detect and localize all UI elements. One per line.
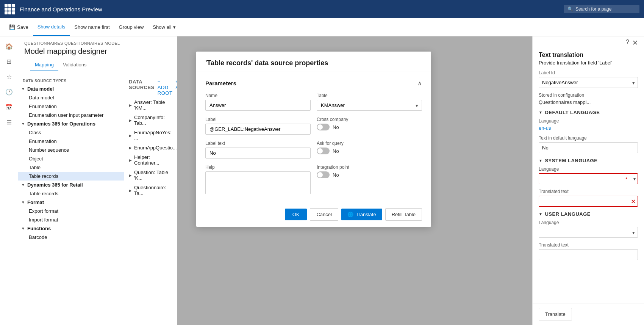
tree-item-enumeration[interactable]: Enumeration [18, 102, 124, 111]
system-language-input[interactable] [539, 173, 638, 184]
tab-mapping[interactable]: Mapping [30, 59, 58, 71]
help-input[interactable] [205, 171, 311, 194]
tree-item-enumeration-ops[interactable]: Enumeration [18, 137, 124, 146]
table-select[interactable]: KMAnswer [317, 100, 422, 111]
system-language-input-wrap: * ▾ [539, 173, 638, 184]
rp-translate-button[interactable]: Translate [539, 308, 572, 320]
user-language-group: Language [539, 220, 638, 238]
translated-text-input[interactable] [539, 196, 638, 207]
tree-label: Dynamics 365 for Retail [27, 182, 83, 188]
source-enumappquestio[interactable]: ▶ EnumAppQuestio... [124, 143, 177, 152]
source-answer[interactable]: ▶ Answer: Table 'KM... [124, 97, 177, 113]
add-button[interactable]: + Add [175, 79, 177, 96]
close-button[interactable]: ✕ [632, 39, 638, 47]
label-id-select[interactable]: NegativeAnswer [539, 77, 638, 88]
refill-table-button[interactable]: Refill Table [385, 208, 422, 221]
ask-for-query-group: Ask for query No [317, 141, 422, 159]
tree-item-data-model[interactable]: Data model [18, 93, 124, 102]
required-star: * [625, 176, 627, 182]
label-id-select-wrap: NegativeAnswer [539, 77, 638, 88]
collapse-button[interactable]: ∧ [417, 80, 422, 87]
cross-company-group: Cross company No [317, 117, 422, 135]
label-field-group: Label [205, 117, 311, 135]
ok-button[interactable]: OK [285, 209, 307, 220]
add-root-button[interactable]: + Add root [158, 79, 173, 96]
section-arrow: ▼ [539, 212, 542, 216]
integration-point-toggle[interactable] [317, 171, 330, 178]
show-name-first-button[interactable]: Show name first [70, 18, 114, 36]
translated-text-group: Translated text ✕ [539, 189, 638, 207]
source-enumappnoyes[interactable]: ▶ EnumAppNoYes: ... [124, 128, 177, 143]
sidebar-icon-home[interactable]: 🏠 [2, 39, 16, 53]
user-language-section: ▼ USER LANGUAGE [539, 211, 638, 217]
user-translated-text-input[interactable] [539, 249, 638, 260]
tree-item-retail-table-records[interactable]: Table records [18, 189, 124, 198]
tree-item-class[interactable]: Class [18, 128, 124, 137]
translate-button[interactable]: 🌐 Translate [341, 209, 382, 220]
user-language-select[interactable] [539, 227, 638, 238]
tree-item-barcode[interactable]: Barcode [18, 233, 124, 242]
panels: DATA SOURCE TYPES ▼ Data model Data mode… [18, 73, 177, 325]
breadcrumb: QUESTIONNAIRES QUESTIONNAIRES MODEL [24, 41, 171, 46]
integration-point-group: Integration point No [317, 165, 422, 194]
text-default-input[interactable] [539, 142, 638, 153]
tree-item-import-format[interactable]: Import format [18, 215, 124, 224]
sidebar-icon-clock[interactable]: 🕐 [2, 85, 16, 99]
arrow-icon: ▼ [21, 122, 26, 126]
stored-in-value: Questionnaires mappi... [539, 99, 591, 105]
cancel-button[interactable]: Cancel [310, 208, 338, 221]
name-input[interactable] [205, 100, 311, 111]
rp-footer: Translate [533, 303, 644, 325]
tree-item-export-format[interactable]: Export format [18, 207, 124, 215]
tree-item-table-records[interactable]: Table records [18, 172, 124, 181]
main-area: 🏠 ⊞ ☆ 🕐 📅 ☰ QUESTIONNAIRES QUESTIONNAIRE… [0, 36, 644, 325]
table-label: Table [317, 93, 422, 98]
tree-item-data-model-group[interactable]: ▼ Data model [18, 85, 124, 93]
tree-label: Enumeration [29, 138, 57, 144]
translated-text-input-wrap: ✕ [539, 196, 638, 207]
source-helper[interactable]: ▶ Helper: Container... [124, 152, 177, 168]
tree-item-d365-retail-group[interactable]: ▼ Dynamics 365 for Retail [18, 181, 124, 189]
arrow-icon: ▼ [21, 183, 26, 187]
sidebar-icon-filter[interactable]: ⊞ [2, 55, 16, 68]
modal-dialog: 'Table records' data source properties P… [196, 52, 431, 227]
label-input[interactable] [205, 124, 311, 135]
source-companyinfo[interactable]: ▶ CompanyInfo: Tab... [124, 113, 177, 128]
data-sources-panel: DATA SOURCES + Add root + Add ▶ Answer: … [124, 73, 177, 325]
source-question[interactable]: ▶ Question: Table 'K... [124, 168, 177, 183]
tree-item-table[interactable]: Table [18, 163, 124, 172]
system-language-label: Language [539, 166, 638, 172]
show-all-button[interactable]: Show all ▾ [148, 18, 180, 36]
cross-company-value: No [333, 124, 339, 130]
text-default-group: Text in default language [539, 135, 638, 153]
tree-item-functions-group[interactable]: ▼ Functions [18, 224, 124, 233]
tree-item-number-sequence[interactable]: Number sequence [18, 146, 124, 154]
tab-validations[interactable]: Validations [58, 59, 91, 71]
form-grid: Name Table KMAnswer Label [205, 93, 422, 194]
panel-header: QUESTIONNAIRES QUESTIONNAIRES MODEL Mode… [18, 36, 177, 73]
system-language-section: ▼ SYSTEM LANGUAGE [539, 158, 638, 163]
chevron-down-icon[interactable]: ▾ [633, 176, 636, 182]
label-text-input[interactable] [205, 148, 311, 159]
tree-item-d365-ops-group[interactable]: ▼ Dynamics 365 for Operations [18, 119, 124, 128]
group-view-label: Group view [119, 24, 144, 30]
app-grid-icon[interactable] [5, 4, 15, 14]
sidebar-icon-list[interactable]: ☰ [2, 115, 16, 129]
cross-company-toggle[interactable] [317, 124, 330, 130]
label-text-label: Label text [205, 141, 311, 146]
sidebar-icon-star[interactable]: ☆ [2, 70, 16, 83]
tree-item-object[interactable]: Object [18, 154, 124, 163]
show-details-button[interactable]: Show details [33, 18, 70, 36]
tree-label: Enumeration user input parameter [29, 112, 103, 118]
source-questionnaire[interactable]: ▶ Questionnaire: Ta... [124, 183, 177, 198]
clear-icon[interactable]: ✕ [631, 198, 636, 205]
tree-item-format-group[interactable]: ▼ Format [18, 198, 124, 207]
sidebar-icon-calendar[interactable]: 📅 [2, 100, 16, 114]
group-view-button[interactable]: Group view [114, 18, 148, 36]
search-box[interactable]: 🔍 Search for a page [564, 5, 639, 13]
tree-item-enum-user-input[interactable]: Enumeration user input parameter [18, 111, 124, 119]
ask-for-query-toggle[interactable] [317, 148, 330, 154]
stored-in-group: Stored in configuration Questionnaires m… [539, 93, 638, 105]
help-icon[interactable]: ? [626, 39, 629, 47]
save-button[interactable]: 💾 Save [5, 18, 33, 36]
